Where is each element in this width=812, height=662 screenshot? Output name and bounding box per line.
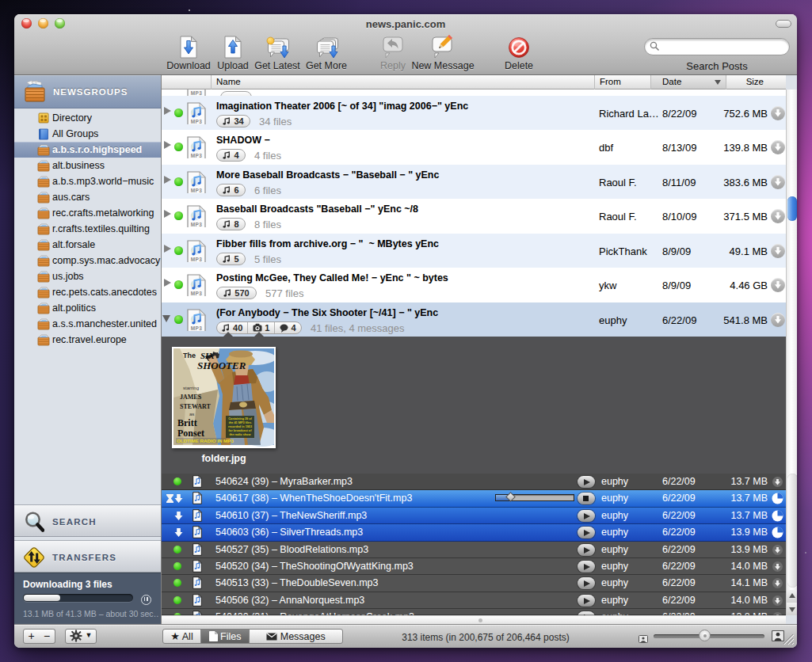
svg-text:starring: starring	[183, 386, 199, 390]
svg-text:MP3: MP3	[191, 291, 202, 296]
svg-text:SHOOTER: SHOOTER	[197, 360, 246, 371]
svg-text:MP3: MP3	[191, 90, 202, 96]
svg-text:JAMES: JAMES	[180, 394, 202, 401]
svg-text:MP3: MP3	[191, 222, 202, 227]
svg-text:the radio show: the radio show	[230, 433, 251, 436]
svg-text:as: as	[189, 412, 194, 417]
svg-text:the 41 MP3 files: the 41 MP3 files	[229, 421, 252, 424]
svg-text:recorded in 1953: recorded in 1953	[228, 425, 252, 428]
svg-text:for broadcast of: for broadcast of	[229, 429, 253, 432]
svg-text:The: The	[183, 352, 196, 360]
svg-text:MP3: MP3	[191, 325, 202, 331]
svg-text:Britt: Britt	[177, 417, 197, 428]
svg-text:MP3: MP3	[191, 188, 202, 193]
svg-text:MP3: MP3	[191, 257, 202, 262]
svg-text:Ponset: Ponset	[177, 428, 204, 439]
svg-text:MP3: MP3	[191, 153, 202, 158]
svg-text:MP3: MP3	[191, 119, 202, 124]
svg-text:OLDTIME RADIO IN MP3: OLDTIME RADIO IN MP3	[177, 438, 234, 443]
svg-text:STEWART: STEWART	[180, 403, 212, 410]
svg-text:Containing 39 of: Containing 39 of	[228, 417, 252, 420]
